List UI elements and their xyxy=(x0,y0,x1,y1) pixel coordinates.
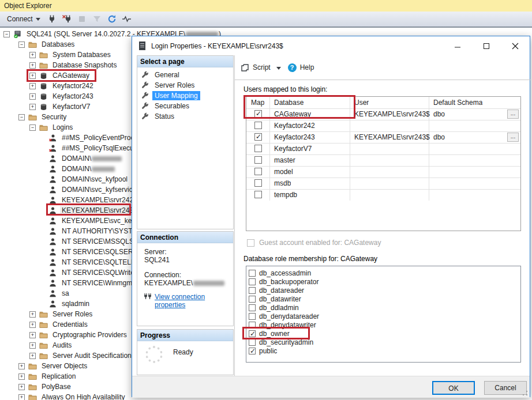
role-item-db-denydatareader[interactable]: db_denydatareader xyxy=(249,312,319,320)
tree-item-label: sqladmin xyxy=(60,299,91,308)
filter-icon[interactable] xyxy=(91,13,103,25)
expand-icon[interactable]: + xyxy=(29,311,36,318)
role-checkbox[interactable] xyxy=(249,348,256,354)
map-checkbox-tempdb[interactable] xyxy=(254,191,262,198)
role-item-db-backupoperator[interactable]: db_backupoperator xyxy=(249,277,319,286)
role-item-db-ddladmin[interactable]: db_ddladmin xyxy=(249,303,299,312)
role-checkbox[interactable] xyxy=(249,330,256,337)
expand-icon[interactable]: + xyxy=(29,62,36,69)
activity-monitor-icon[interactable] xyxy=(121,13,133,25)
expand-icon[interactable]: + xyxy=(29,52,36,58)
stop-icon[interactable] xyxy=(76,13,88,25)
server-icon xyxy=(13,30,22,39)
collapse-icon[interactable]: − xyxy=(18,114,25,120)
map-checkbox-master[interactable] xyxy=(254,156,262,164)
minimize-button[interactable] xyxy=(443,36,472,55)
schema-cell[interactable]: dbo xyxy=(433,133,445,141)
expand-icon[interactable]: + xyxy=(18,373,25,380)
tree-item-label: DOMAIN\svc_kyfservice xyxy=(60,185,138,194)
expand-icon[interactable]: + xyxy=(29,322,36,328)
role-item-db-accessadmin[interactable]: db_accessadmin xyxy=(249,269,311,277)
map-checkbox-model[interactable] xyxy=(254,168,262,175)
role-checkbox[interactable] xyxy=(249,270,256,277)
database-cell[interactable]: CAGateway xyxy=(274,110,311,118)
page-item-securables[interactable]: Securables xyxy=(141,101,192,111)
expand-icon[interactable]: + xyxy=(29,353,36,359)
collapse-icon[interactable]: − xyxy=(29,124,36,131)
help-button[interactable]: Help xyxy=(300,63,314,71)
map-checkbox-msdb[interactable] xyxy=(254,179,262,187)
map-checkbox-keyfactorv7[interactable] xyxy=(254,145,262,152)
database-cell[interactable]: master xyxy=(274,156,295,164)
expand-icon[interactable]: + xyxy=(18,384,25,390)
map-checkbox-keyfactor243[interactable] xyxy=(254,133,262,141)
maximize-button[interactable] xyxy=(472,36,501,55)
expand-icon[interactable]: + xyxy=(18,363,25,369)
role-checkbox[interactable] xyxy=(249,287,256,294)
expand-icon[interactable]: + xyxy=(29,342,36,349)
tree-item-label: Cryptographic Providers xyxy=(51,330,129,339)
expand-icon[interactable]: + xyxy=(29,93,36,100)
expand-icon[interactable]: + xyxy=(29,83,36,89)
expand-icon[interactable]: + xyxy=(29,73,36,79)
role-item-db-datareader[interactable]: db_datareader xyxy=(249,286,304,295)
role-label: db_accessadmin xyxy=(259,269,311,277)
user-cell[interactable]: KEYEXAMPLE\srvr243$ xyxy=(354,110,430,118)
disconnect-plug-icon[interactable] xyxy=(61,13,73,25)
user-cell[interactable]: KEYEXAMPLE\srvr243$ xyxy=(354,133,430,141)
map-checkbox-keyfactor242[interactable] xyxy=(254,122,262,129)
role-checkbox[interactable] xyxy=(249,304,256,311)
collapse-icon[interactable]: − xyxy=(18,41,25,48)
database-icon xyxy=(39,92,48,101)
database-cell[interactable]: KeyfactorV7 xyxy=(274,145,312,153)
select-a-page-panel: Select a page GeneralServer RolesUser Ma… xyxy=(137,55,234,229)
expand-icon[interactable]: + xyxy=(18,394,25,400)
ok-button[interactable]: OK xyxy=(432,381,475,395)
user-mapping-table[interactable]: MapDatabaseUserDefault SchemaCAGatewayKE… xyxy=(246,96,521,231)
page-item-general[interactable]: General xyxy=(141,70,182,80)
database-cell[interactable]: msdb xyxy=(274,179,291,187)
chevron-down-icon xyxy=(36,18,40,21)
schema-cell[interactable]: dbo xyxy=(433,110,445,118)
view-connection-properties-link[interactable]: View connection properties xyxy=(155,293,233,309)
script-button[interactable]: Script xyxy=(253,63,271,71)
role-checkbox[interactable] xyxy=(249,322,256,329)
browse-schema-button[interactable]: ... xyxy=(507,133,519,142)
minimize-icon xyxy=(454,43,461,50)
role-checkbox[interactable] xyxy=(249,296,256,303)
role-item-db-denydatawriter[interactable]: db_denydatawriter xyxy=(249,320,316,329)
resize-grip[interactable] xyxy=(522,390,528,396)
collapse-icon[interactable]: − xyxy=(3,31,10,37)
role-checkbox[interactable] xyxy=(249,339,256,346)
database-cell[interactable]: tempdb xyxy=(274,191,297,199)
refresh-icon[interactable] xyxy=(106,13,118,25)
role-checkbox[interactable] xyxy=(249,313,256,320)
dialog-titlebar[interactable]: Login Properties - KEYEXAMPLE\srvr243$ xyxy=(132,36,530,55)
expand-icon[interactable]: + xyxy=(29,104,36,110)
grid-line xyxy=(246,189,520,190)
connect-button[interactable]: Connect xyxy=(5,14,43,24)
page-item-label: General xyxy=(152,70,182,80)
database-roles-list[interactable]: db_accessadmindb_backupoperatordb_datare… xyxy=(246,266,521,363)
wrench-icon xyxy=(141,112,149,121)
tree-item-label: Database Snapshots xyxy=(51,61,118,70)
cancel-button[interactable]: Cancel xyxy=(484,381,527,395)
page-item-server-roles[interactable]: Server Roles xyxy=(141,80,197,90)
map-checkbox-cagateway[interactable] xyxy=(254,110,262,118)
role-checkbox[interactable] xyxy=(249,278,256,285)
role-item-db-datawriter[interactable]: db_datawriter xyxy=(249,295,301,303)
page-item-user-mapping[interactable]: User Mapping xyxy=(141,90,200,101)
expand-icon[interactable]: + xyxy=(29,332,36,338)
page-item-status[interactable]: Status xyxy=(141,111,177,122)
connect-plug-icon[interactable] xyxy=(46,13,58,25)
database-cell[interactable]: model xyxy=(274,168,293,176)
database-cell[interactable]: Keyfactor242 xyxy=(274,122,315,130)
close-button[interactable] xyxy=(501,36,530,55)
browse-schema-button[interactable]: ... xyxy=(507,110,519,119)
database-cell[interactable]: Keyfactor243 xyxy=(274,133,315,141)
grid-line xyxy=(246,131,520,132)
role-item-public[interactable]: public xyxy=(249,346,277,355)
role-item-db-owner[interactable]: db_owner xyxy=(249,329,290,338)
role-item-db-securityadmin[interactable]: db_securityadmin xyxy=(249,338,313,346)
user-icon xyxy=(48,206,57,215)
